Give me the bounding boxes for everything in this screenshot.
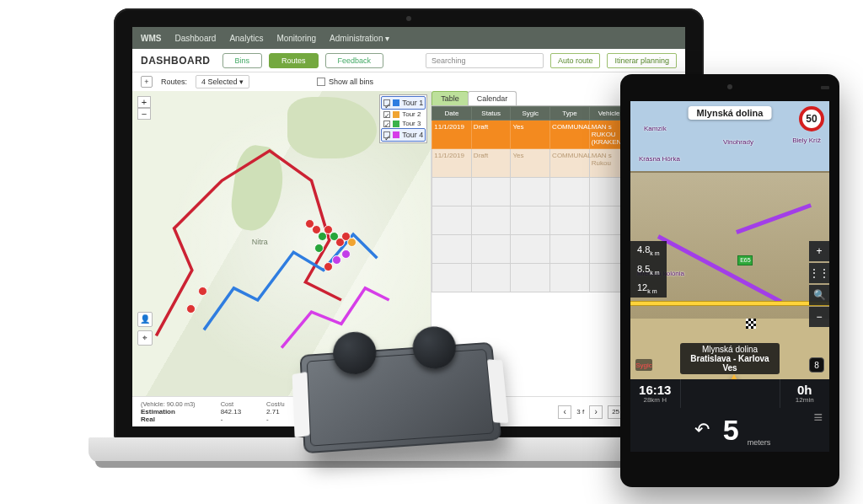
page-indicator: 3 f bbox=[576, 408, 584, 416]
top-nav: WMS Dashboard Analytics Monitoring Admin… bbox=[132, 27, 685, 49]
auto-route-button[interactable]: Auto route bbox=[550, 53, 601, 68]
col-type[interactable]: Type bbox=[550, 107, 590, 121]
nav-monitoring[interactable]: Monitoring bbox=[276, 34, 316, 43]
map-marker[interactable] bbox=[198, 287, 207, 296]
add-route-button[interactable]: + bbox=[141, 76, 153, 88]
nav-bottom-bar: 16:13 28km H 0h 12min ↶ 5 meters ≡ bbox=[630, 379, 829, 452]
nav-administration[interactable]: Administration bbox=[330, 34, 389, 43]
tab-routes[interactable]: Routes bbox=[269, 53, 319, 68]
col-sygic[interactable]: Sygic bbox=[511, 107, 550, 121]
sygic-brand-icon: Sygic bbox=[635, 359, 652, 371]
routes-filter-bar: + Routes: 4 Selected ▾ Show all bins bbox=[132, 72, 685, 91]
map-side-controls: + ⋮⋮ 🔍 − bbox=[809, 241, 829, 329]
dist-step: 8.5k m bbox=[630, 260, 667, 279]
legend-tour-4[interactable]: ✓Tour 4 bbox=[381, 128, 426, 142]
page-title: DASHBOARD bbox=[141, 55, 211, 67]
uturn-icon: ↶ bbox=[689, 417, 715, 442]
show-all-bins-checkbox[interactable]: Show all bins bbox=[317, 78, 373, 86]
map-tool-button[interactable]: ⌖ bbox=[137, 330, 153, 346]
search-button[interactable]: 🔍 bbox=[809, 285, 829, 305]
distance-steps: 4.8k m 8.5k m 12k m bbox=[630, 241, 667, 298]
zoom-out-button[interactable]: − bbox=[809, 307, 829, 327]
turn-distance-unit: meters bbox=[748, 438, 771, 447]
zoom-in-button[interactable]: + bbox=[137, 96, 151, 108]
view-grid-button[interactable]: ⋮⋮ bbox=[809, 263, 829, 283]
nav-dashboard[interactable]: Dashboard bbox=[174, 34, 216, 43]
map-place-label: Vinohrady bbox=[723, 138, 753, 146]
tours-legend: ✓Tour 1 ✓Tour 2 ✓Tour 3 ✓Tour 4 bbox=[379, 94, 427, 143]
nav-analytics[interactable]: Analytics bbox=[229, 34, 263, 43]
zoom-in-button[interactable]: + bbox=[809, 241, 829, 261]
map-place-label: Krásna Hôrka bbox=[639, 155, 680, 163]
navigation-app: E65 Kamzík Vinohrady Biely Kríž Krásna H… bbox=[630, 101, 829, 452]
brand-logo: WMS bbox=[141, 34, 161, 43]
tab-bins[interactable]: Bins bbox=[222, 53, 263, 68]
zoom-out-button[interactable]: − bbox=[137, 108, 151, 120]
destination-pill[interactable]: Mlynská dolina bbox=[689, 106, 772, 120]
map-zoom: + − bbox=[137, 96, 151, 120]
eta-cell[interactable]: 16:13 28km H bbox=[630, 379, 681, 408]
laptop-camera bbox=[406, 16, 411, 21]
sensor-device bbox=[276, 312, 521, 480]
dist-step: 4.8k m bbox=[630, 241, 667, 260]
routes-label: Routes: bbox=[161, 78, 187, 86]
turn-distance: 5 bbox=[723, 414, 739, 447]
map-marker[interactable] bbox=[347, 238, 356, 247]
map-place-label: Biely Kríž bbox=[792, 137, 821, 144]
tablet-mockup: E65 Kamzík Vinohrady Biely Kríž Krásna H… bbox=[620, 74, 839, 487]
legend-tour-2[interactable]: ✓Tour 2 bbox=[381, 110, 426, 119]
destination-flag-icon bbox=[746, 319, 756, 329]
speed-limit-sign: 50 bbox=[799, 106, 824, 131]
map-marker[interactable] bbox=[314, 244, 324, 253]
road-badge: E65 bbox=[737, 255, 753, 265]
legend-tour-3[interactable]: ✓Tour 3 bbox=[381, 119, 426, 128]
current-street-overlay[interactable]: Mlynská dolina Bratislava - Karlova Ves bbox=[680, 343, 780, 374]
search-input[interactable]: Searching bbox=[426, 53, 544, 68]
prev-page-button[interactable]: ‹ bbox=[558, 405, 571, 419]
sensor-knob bbox=[332, 330, 378, 376]
map-place-label: Kamzík bbox=[644, 125, 667, 132]
sensor-knob bbox=[411, 325, 458, 370]
vehicle-note: (Vehicle: 90.00 m3) bbox=[141, 400, 196, 408]
legend-tour-1[interactable]: ✓Tour 1 bbox=[381, 96, 426, 110]
remaining-cell[interactable]: 0h 12min bbox=[780, 379, 830, 408]
panel-tab-calendar[interactable]: Calendar bbox=[468, 91, 517, 105]
turn-cell[interactable] bbox=[681, 379, 780, 408]
dashboard-toolbar: DASHBOARD Bins Routes Feedback Searching… bbox=[132, 49, 685, 72]
routes-select[interactable]: 4 Selected ▾ bbox=[196, 75, 249, 88]
menu-button[interactable]: ≡ bbox=[813, 409, 823, 426]
col-date[interactable]: Date bbox=[432, 107, 472, 121]
itinerar-planning-button[interactable]: Itinerar planning bbox=[607, 53, 677, 68]
next-page-button[interactable]: › bbox=[589, 405, 603, 419]
dist-step: 12k m bbox=[630, 279, 667, 298]
route-badge[interactable]: 8 bbox=[809, 357, 824, 373]
col-status[interactable]: Status bbox=[471, 107, 511, 121]
tab-feedback[interactable]: Feedback bbox=[325, 53, 384, 68]
panel-tab-table[interactable]: Table bbox=[432, 91, 469, 105]
map-city-label: Nitra bbox=[252, 238, 268, 246]
map-marker[interactable] bbox=[324, 262, 333, 271]
map-tool-button[interactable]: 👤 bbox=[137, 312, 153, 327]
